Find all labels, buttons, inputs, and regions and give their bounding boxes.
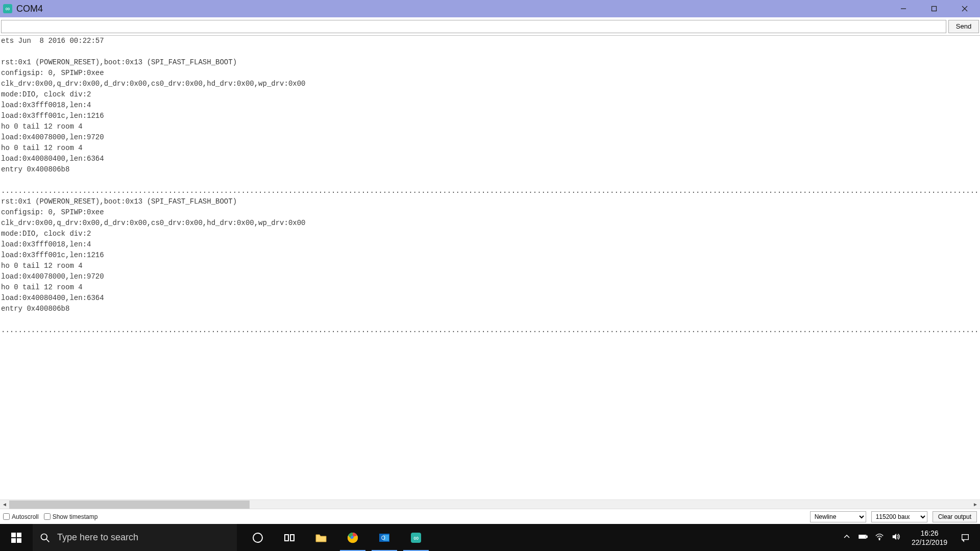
- taskbar-pinned-apps: O ∞: [242, 524, 432, 551]
- window-controls: [888, 0, 980, 17]
- svg-text:∞: ∞: [413, 534, 419, 542]
- search-placeholder: Type here to search: [57, 532, 138, 543]
- arduino-ide-icon[interactable]: ∞: [400, 524, 432, 551]
- maximize-button[interactable]: [919, 0, 949, 17]
- svg-text:O: O: [381, 535, 385, 541]
- bottom-controls: Autoscroll Show timestamp Newline 115200…: [0, 509, 980, 524]
- volume-icon[interactable]: [891, 532, 900, 543]
- autoscroll-checkbox[interactable]: [3, 513, 10, 520]
- svg-rect-5: [17, 533, 21, 537]
- system-tray: 16:26 22/12/2019: [842, 524, 980, 551]
- file-explorer-icon[interactable]: [305, 524, 337, 551]
- serial-output-text[interactable]: ets Jun 8 2016 00:22:57 rst:0x1 (POWERON…: [0, 36, 980, 336]
- svg-rect-12: [290, 535, 294, 541]
- scrollbar-track[interactable]: [9, 500, 971, 509]
- show-timestamp-checkbox[interactable]: [44, 513, 51, 520]
- serial-input[interactable]: [1, 20, 946, 33]
- svg-rect-4: [11, 533, 16, 537]
- battery-icon[interactable]: [859, 532, 868, 543]
- show-timestamp-label: Show timestamp: [53, 513, 98, 520]
- serial-output-area: ets Jun 8 2016 00:22:57 rst:0x1 (POWERON…: [0, 36, 980, 499]
- svg-rect-21: [866, 536, 867, 537]
- clock-date: 22/12/2019: [912, 538, 947, 547]
- line-ending-select[interactable]: Newline: [810, 511, 866, 522]
- baud-rate-select[interactable]: 115200 baud: [871, 511, 927, 522]
- task-view-icon[interactable]: [274, 524, 305, 551]
- clock[interactable]: 16:26 22/12/2019: [908, 529, 951, 547]
- cortana-icon[interactable]: [242, 524, 274, 551]
- horizontal-scrollbar[interactable]: ◄ ►: [0, 499, 980, 509]
- scroll-left-arrow-icon[interactable]: ◄: [0, 500, 9, 509]
- svg-rect-11: [285, 535, 288, 541]
- svg-point-10: [253, 533, 262, 542]
- search-icon: [40, 533, 50, 543]
- wifi-icon[interactable]: [875, 532, 884, 543]
- arduino-app-icon: [3, 4, 12, 13]
- action-center-icon[interactable]: [959, 531, 972, 544]
- send-row: Send: [0, 17, 980, 36]
- close-button[interactable]: [949, 0, 980, 17]
- svg-point-23: [879, 539, 880, 540]
- svg-rect-22: [860, 535, 865, 538]
- autoscroll-checkbox-label[interactable]: Autoscroll: [3, 513, 39, 520]
- send-button[interactable]: Send: [948, 20, 979, 33]
- scrollbar-thumb[interactable]: [9, 500, 250, 509]
- clock-time: 16:26: [912, 529, 947, 538]
- show-timestamp-checkbox-label[interactable]: Show timestamp: [44, 513, 98, 520]
- svg-rect-6: [11, 538, 16, 543]
- svg-point-8: [41, 534, 47, 540]
- tray-overflow-icon[interactable]: [842, 532, 851, 543]
- svg-rect-7: [17, 538, 21, 543]
- outlook-icon[interactable]: O: [369, 524, 400, 551]
- clear-output-button[interactable]: Clear output: [933, 511, 977, 522]
- svg-rect-25: [962, 534, 969, 539]
- svg-line-9: [46, 539, 50, 542]
- svg-rect-1: [932, 7, 937, 11]
- minimize-button[interactable]: [888, 0, 919, 17]
- windows-taskbar: Type here to search O ∞: [0, 524, 980, 551]
- svg-marker-24: [893, 533, 896, 540]
- scroll-right-arrow-icon[interactable]: ►: [971, 500, 980, 509]
- chrome-icon[interactable]: [337, 524, 369, 551]
- start-button[interactable]: [0, 524, 33, 551]
- window-title: COM4: [16, 4, 43, 14]
- titlebar: COM4: [0, 0, 980, 17]
- taskbar-search[interactable]: Type here to search: [33, 524, 237, 551]
- autoscroll-label: Autoscroll: [12, 513, 39, 520]
